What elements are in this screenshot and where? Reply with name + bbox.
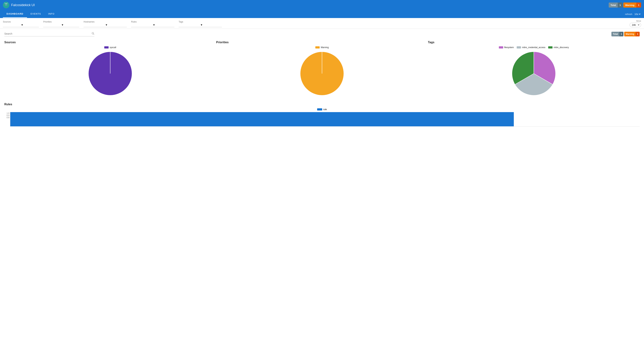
rules-legend-label: rule: [323, 108, 327, 111]
topbar-total-count: 1: [618, 3, 622, 8]
filter-sources-arrow: ▼: [21, 24, 39, 26]
since-group: Since 24h 1h 6h 7d 30d: [630, 20, 641, 29]
main-content: Total 1 Warning 1 Sources syscall: [0, 29, 644, 341]
filter-priorities-select[interactable]: ▼: [43, 24, 79, 27]
priorities-chart-title: Priorities: [216, 41, 228, 44]
topbar-warning-label: Warning: [623, 3, 636, 8]
sources-chart-section: Sources syscall: [4, 41, 216, 97]
filter-priorities-arrow: ▼: [61, 24, 79, 26]
svg-point-6: [92, 32, 94, 34]
tags-chart-area: filesystem mitre_credential_access mitre…: [428, 46, 640, 97]
tags-legend-mitre-disc: mitre_discovery: [548, 46, 569, 49]
search-total-badge[interactable]: Total 1: [612, 32, 623, 37]
search-input[interactable]: [4, 32, 92, 35]
rules-legend-color: [317, 108, 322, 111]
search-icon: [92, 32, 94, 36]
search-badges: Total 1 Warning 1: [612, 32, 640, 37]
priorities-legend: Warning: [315, 46, 329, 49]
svg-point-5: [7, 4, 7, 4]
sources-legend-label-syscall: syscall: [110, 46, 116, 49]
sources-chart-title: Sources: [4, 41, 16, 44]
filter-tags[interactable]: Tags ▼: [179, 21, 222, 29]
tags-legend-filesystem: filesystem: [499, 46, 514, 49]
filter-hostnames[interactable]: Hostnames ▼: [84, 21, 127, 29]
app-title: Falcosidekick UI: [11, 3, 609, 7]
filter-rules-label: Rules: [131, 21, 174, 23]
tags-pie: [510, 50, 557, 97]
tags-chart-section: Tags filesystem mitre_credential_access …: [428, 41, 640, 97]
tags-legend-color-mitre-cred: [517, 46, 521, 49]
tags-legend-color-filesystem: [499, 46, 503, 49]
sources-legend: syscall: [104, 46, 116, 49]
tabbar-right: refresh 10s 30s 60s: [625, 13, 641, 16]
filter-hostnames-label: Hostnames: [84, 21, 127, 23]
since-select[interactable]: 24h 1h 6h 7d 30d: [630, 23, 641, 27]
priorities-chart-area: Warning: [216, 46, 428, 97]
rules-title: Rules: [4, 103, 640, 106]
tags-legend: filesystem mitre_credential_access mitre…: [499, 46, 569, 49]
tab-events[interactable]: EVENTS: [27, 10, 45, 18]
svg-point-4: [6, 4, 6, 4]
sources-legend-syscall: syscall: [104, 46, 116, 49]
filter-hostnames-arrow: ▼: [105, 24, 127, 26]
sources-legend-color-syscall: [104, 46, 108, 49]
y-label-2: 0.9: [4, 114, 9, 116]
tags-legend-label-filesystem: filesystem: [504, 46, 514, 49]
app-logo: [3, 2, 9, 8]
filter-tags-arrow: ▼: [200, 24, 222, 26]
refresh-select[interactable]: 10s 30s 60s: [634, 13, 641, 16]
tags-chart-title: Tags: [428, 41, 434, 44]
filter-rules-arrow: ▼: [153, 24, 174, 26]
tab-dashboard[interactable]: DASHBOARD: [3, 10, 27, 18]
topbar: Falcosidekick UI Total 1 Warning 1: [0, 0, 644, 10]
search-total-count: 1: [619, 32, 624, 37]
charts-row: Sources syscall Priorities: [4, 41, 640, 97]
since-label: Since: [636, 20, 641, 22]
tags-legend-label-mitre-cred: mitre_credential_access: [522, 46, 545, 49]
topbar-total-badge[interactable]: Total 1: [609, 3, 622, 8]
svg-line-7: [94, 34, 94, 35]
filter-sources[interactable]: Sources ▼: [3, 21, 39, 29]
topbar-warning-badge[interactable]: Warning 1: [623, 3, 641, 8]
priorities-legend-color-warning: [315, 46, 320, 49]
filter-tags-label: Tags: [179, 21, 222, 23]
priorities-pie: [298, 50, 346, 97]
search-row: Total 1 Warning 1: [4, 32, 640, 37]
filter-tags-select[interactable]: ▼: [179, 24, 222, 27]
filter-rules-select[interactable]: ▼: [131, 24, 174, 27]
rules-section: Rules rule 1.0 0.9 0.8: [4, 103, 640, 127]
y-label-3: 0.8: [4, 116, 9, 119]
priorities-legend-warning: Warning: [315, 46, 329, 49]
filter-priorities[interactable]: Priorities ▼: [43, 21, 79, 29]
filter-hostnames-select[interactable]: ▼: [84, 24, 127, 27]
filter-sources-select[interactable]: ▼: [3, 24, 39, 27]
topbar-warning-count: 1: [636, 3, 641, 8]
filter-sources-label: Sources: [3, 21, 39, 23]
rules-bar: [10, 112, 514, 126]
refresh-label: refresh: [625, 13, 632, 16]
filterbar: Sources ▼ Priorities ▼ Hostnames ▼ Rules…: [0, 18, 644, 29]
priorities-legend-label-warning: Warning: [321, 46, 329, 49]
topbar-total-label: Total: [609, 3, 618, 8]
sources-chart-area: syscall: [4, 46, 216, 97]
search-warning-label: Warning: [624, 32, 636, 37]
search-warning-badge[interactable]: Warning 1: [624, 32, 640, 37]
tab-info[interactable]: INFO: [45, 10, 58, 18]
tags-legend-label-mitre-disc: mitre_discovery: [554, 46, 569, 49]
rules-chart-area: rule 1.0 0.9 0.8: [4, 108, 640, 127]
search-box[interactable]: [4, 32, 94, 37]
filter-priorities-label: Priorities: [43, 21, 79, 23]
tabbar: DASHBOARD EVENTS INFO refresh 10s 30s 60…: [0, 10, 644, 18]
tags-legend-mitre-cred: mitre_credential_access: [517, 46, 545, 49]
y-axis-labels: 1.0 0.9 0.8: [4, 112, 10, 119]
rules-bar-chart: [10, 112, 640, 127]
rules-legend: rule: [4, 108, 640, 111]
topbar-badges: Total 1 Warning 1: [609, 3, 641, 8]
search-total-label: Total: [612, 32, 619, 37]
priorities-chart-section: Priorities Warning: [216, 41, 428, 97]
y-label-1: 1.0: [4, 112, 9, 114]
rules-legend-rule: rule: [317, 108, 327, 111]
sources-pie: [87, 50, 134, 97]
filter-rules[interactable]: Rules ▼: [131, 21, 174, 29]
search-warning-count: 1: [636, 32, 640, 37]
